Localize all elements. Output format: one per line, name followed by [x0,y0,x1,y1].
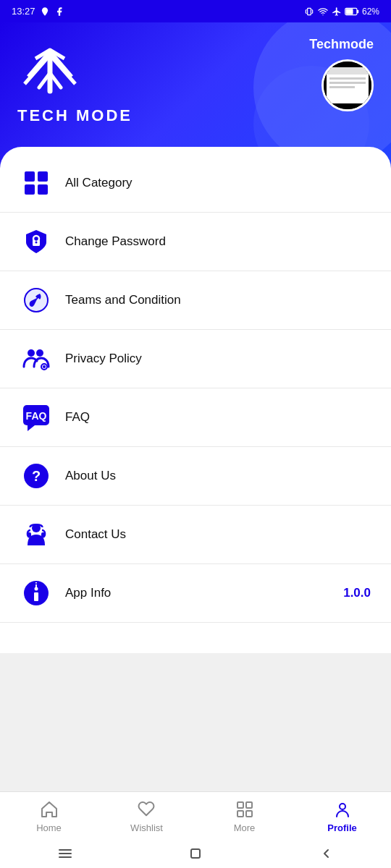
svg-rect-44 [191,849,200,858]
info-circle-icon: i [20,577,52,609]
battery-icon [345,7,359,16]
question-circle-icon: ? [20,460,52,492]
svg-marker-25 [28,425,35,431]
svg-rect-11 [25,171,35,182]
wifi-icon [317,7,329,17]
menu-item-contact[interactable]: Contact Us [0,506,391,564]
menu-item-about[interactable]: ? About Us [0,447,391,506]
menu-item-change-password[interactable]: Change Password [0,213,391,271]
svg-rect-13 [25,184,35,195]
more-nav-label: More [234,822,256,833]
svg-rect-1 [308,8,311,14]
status-right: 62% [304,7,379,17]
svg-rect-7 [327,67,369,75]
svg-rect-37 [246,802,252,808]
faq-label: FAQ [65,410,90,425]
facebook-icon [54,7,64,17]
svg-rect-14 [38,184,48,195]
svg-rect-12 [38,171,48,182]
svg-rect-8 [329,77,366,80]
app-info-label: App Info [65,586,111,600]
home-nav-label: Home [36,822,62,833]
svg-point-19 [30,304,33,307]
svg-text:i: i [35,581,38,592]
bottom-nav: Home Wishlist More Profile [0,791,391,839]
svg-rect-36 [237,802,243,808]
wrench-settings-icon [20,284,52,316]
header-right: Techmode [309,37,374,111]
app-version: 1.0.0 [343,586,371,600]
time-display: 13:27 [12,6,35,17]
svg-point-21 [36,349,43,357]
svg-point-20 [28,349,35,357]
svg-rect-31 [41,532,45,537]
lock-shield-icon [20,226,52,258]
nav-wishlist[interactable]: Wishlist [98,799,196,833]
location-icon [40,7,50,17]
more-nav-icon [235,799,255,820]
battery-percent: 62% [362,7,379,17]
logo-area: TECH MODE [17,37,133,125]
airplane-icon [332,7,342,17]
techmode-logo-icon [17,37,83,102]
logo-text: TECH MODE [17,106,133,125]
nav-home[interactable]: Home [0,799,98,833]
svg-point-35 [35,587,38,591]
all-category-label: All Category [65,176,133,190]
svg-point-17 [35,242,38,244]
menu-item-privacy[interactable]: Privacy Policy [0,330,391,388]
people-gear-icon [20,343,52,375]
header-username: Techmode [309,37,374,52]
svg-rect-10 [329,86,355,88]
change-password-label: Change Password [65,234,166,249]
svg-rect-34 [34,592,38,601]
svg-text:FAQ: FAQ [26,410,47,422]
profile-nav-icon [332,799,353,820]
svg-rect-3 [357,9,358,13]
profile-nav-label: Profile [327,822,356,833]
nav-profile[interactable]: Profile [293,799,391,833]
svg-rect-39 [246,811,252,817]
user-avatar[interactable] [321,59,374,111]
android-home-btn[interactable] [185,843,206,864]
menu-item-terms[interactable]: Teams and Condition [0,271,391,330]
faq-bubble-icon: FAQ [20,401,52,433]
android-nav-bar [0,839,391,868]
contact-label: Contact Us [65,527,126,542]
svg-rect-4 [346,9,353,14]
content-card: All Category Change Password [0,147,391,653]
menu-item-all-category[interactable]: All Category [0,154,391,213]
svg-point-16 [33,236,39,242]
svg-text:?: ? [32,468,41,484]
svg-rect-38 [237,811,243,817]
grid-icon [20,167,52,199]
wishlist-nav-label: Wishlist [130,822,163,833]
menu-item-app-info[interactable]: i App Info 1.0.0 [0,564,391,623]
svg-point-23 [43,365,46,368]
android-menu-btn[interactable] [54,843,76,864]
svg-rect-9 [329,82,366,84]
about-label: About Us [65,469,116,483]
headset-icon [20,519,52,550]
vibrate-icon [304,7,314,17]
home-nav-icon [39,799,59,820]
privacy-label: Privacy Policy [65,352,142,366]
menu-item-faq[interactable]: FAQ FAQ [0,388,391,447]
status-bar: 13:27 62% [0,0,391,22]
svg-rect-30 [28,532,31,537]
terms-label: Teams and Condition [65,293,181,307]
svg-point-40 [340,804,345,809]
nav-more[interactable]: More [196,799,293,833]
status-left: 13:27 [12,6,64,17]
heart-nav-icon [137,799,157,820]
android-back-btn[interactable] [315,843,337,864]
